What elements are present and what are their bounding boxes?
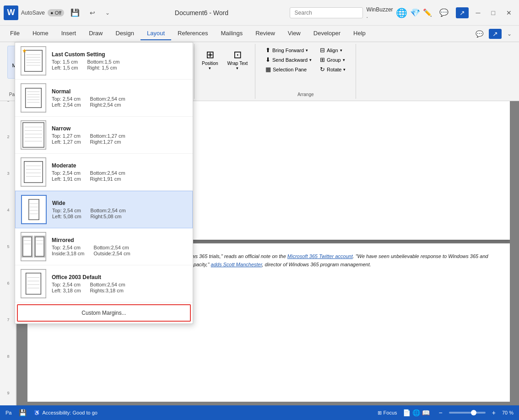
margin-bottom-narrow: Bottom:1,27 cm (90, 133, 125, 139)
rotate-button[interactable]: ↻ Rotate ▾ (317, 65, 348, 74)
group-label: Group (327, 57, 341, 63)
svg-rect-26 (0, 79, 16, 420)
zoom-out-button[interactable]: − (435, 407, 446, 418)
arrange-buttons: ⬆ Bring Forward ▾ ⬇ Send Backward ▾ ▦ Se… (263, 46, 348, 74)
svg-text:3: 3 (7, 171, 9, 176)
send-backward-caret: ▾ (309, 58, 312, 62)
margin-icon-moderate (21, 157, 46, 187)
wrap-text-button[interactable]: ⊡ Wrap Text ▾ (224, 48, 252, 72)
accessibility-icon: ♿ (34, 410, 40, 416)
tab-draw[interactable]: Draw (82, 27, 109, 40)
margin-right-wide: Right:5,08 cm (91, 214, 126, 219)
align-button[interactable]: ⊟ Align ▾ (317, 46, 348, 54)
margin-left-office2003: Left: 3,18 cm (52, 288, 81, 293)
bring-forward-label: Bring Forward (272, 48, 304, 53)
margin-col-left-moderate: Top: 2,54 cm Left: 1,91 cm (52, 170, 81, 182)
margin-top-office2003: Top: 2,54 cm (52, 282, 81, 287)
margin-icon-mirrored (21, 232, 46, 261)
position-label: Position (202, 61, 218, 66)
margin-item-normal[interactable]: Normal Top: 2,54 cm Left: 2,54 cm Bottom… (15, 80, 193, 117)
tab-view[interactable]: View (281, 27, 307, 40)
group-icon: ⊞ (320, 56, 325, 63)
send-backward-button[interactable]: ⬇ Send Backward ▾ (263, 55, 314, 64)
margin-name-wide: Wide (52, 200, 187, 206)
svg-text:9: 9 (7, 391, 9, 395)
margin-icon-wide (21, 195, 47, 224)
margin-left-moderate: Left: 1,91 cm (52, 176, 81, 182)
manchester-link[interactable]: adds Scott Manchester (211, 262, 262, 267)
web-layout-icon[interactable]: 🌐 (412, 409, 420, 416)
tab-developer[interactable]: Developer (307, 27, 347, 40)
zoom-in-button[interactable]: + (488, 407, 499, 418)
selection-pane-button[interactable]: ▦ Selection Pane (263, 65, 314, 74)
search-input[interactable] (290, 7, 363, 18)
toggle-state: Off (55, 10, 61, 16)
status-accessibility: ♿ Accessibility: Good to go (34, 410, 97, 416)
margin-icon-svg-normal (21, 83, 46, 113)
group-button[interactable]: ⊞ Group ▾ (317, 55, 348, 64)
zoom-thumb[interactable] (471, 410, 476, 415)
undo-button[interactable]: ↩ (86, 7, 99, 18)
position-caret: ▾ (209, 66, 211, 70)
margin-icon-svg-narrow (21, 120, 46, 150)
customize-button[interactable]: ⌄ (102, 8, 114, 18)
tab-review[interactable]: Review (249, 27, 281, 40)
margin-info-normal: Normal Top: 2,54 cm Left: 2,54 cm Bottom… (52, 88, 187, 108)
position-button[interactable]: ⊞ Position ▾ (198, 48, 222, 72)
align-label: Align (327, 48, 338, 53)
status-view-icons: 📄 🌐 📖 (403, 409, 430, 416)
margin-top-narrow: Top: 1,27 cm (52, 133, 81, 139)
margin-bottom-wide: Bottom:2,54 cm (91, 208, 126, 213)
margin-top-wide: Top: 2,54 cm (52, 208, 81, 213)
tab-insert[interactable]: Insert (55, 27, 83, 40)
save-button[interactable]: 💾 (67, 6, 83, 19)
ribbon-share-icon[interactable]: ↗ (489, 29, 502, 39)
margin-left-narrow: Left: 1,27 cm (52, 139, 81, 145)
title-bar-right: WinBuzzer . 🌐 💎 ✏️ 💬 ↗ ─ □ ✕ (290, 6, 515, 19)
tab-help[interactable]: Help (347, 27, 372, 40)
bring-forward-button[interactable]: ⬆ Bring Forward ▾ (263, 46, 314, 54)
margin-item-last-custom[interactable]: ★ Last Custom Setting Top: 1,5 cm Left: … (15, 43, 193, 80)
close-button[interactable]: ✕ (503, 7, 515, 18)
ruler-left: 1 2 3 4 5 6 7 8 9 (0, 79, 16, 405)
maximize-button[interactable]: □ (488, 7, 499, 18)
read-mode-icon[interactable]: 📖 (422, 409, 430, 416)
svg-rect-51 (21, 121, 46, 149)
tab-file[interactable]: File (4, 27, 26, 40)
custom-margins-button[interactable]: Custom Margins... (17, 304, 191, 322)
zoom-track[interactable] (449, 412, 486, 414)
margin-item-wide[interactable]: Wide Top: 2,54 cm Left: 5,08 cm Bottom:2… (15, 191, 193, 228)
ribbon-collapse-button[interactable]: ⌄ (503, 29, 515, 39)
ribbon-tabs: File Home Insert Draw Design Layout Refe… (0, 26, 519, 42)
autosave-toggle[interactable]: ● Off (48, 9, 64, 16)
margin-icon-svg-wide (22, 195, 46, 224)
tab-home[interactable]: Home (26, 27, 55, 40)
margin-right-last: Right: 1,5 cm (87, 65, 119, 70)
margin-bottom-moderate: Bottom:2,54 cm (90, 170, 125, 176)
tab-layout[interactable]: Layout (141, 27, 171, 40)
tab-mailings[interactable]: Mailings (215, 27, 249, 40)
tab-references[interactable]: References (171, 27, 214, 40)
margin-item-mirrored[interactable]: Mirrored Top: 2,54 cm Inside:3,18 cm Bot… (15, 228, 193, 265)
wrap-text-icon: ⊡ (233, 49, 242, 61)
margin-col-left-narrow: Top: 1,27 cm Left: 1,27 cm (52, 133, 81, 145)
margin-info-last-custom: Last Custom Setting Top: 1,5 cm Left: 1,… (52, 51, 187, 70)
share-button[interactable]: ↗ (456, 7, 469, 18)
margin-item-moderate[interactable]: Moderate Top: 2,54 cm Left: 1,91 cm Bott… (15, 154, 193, 191)
margin-info-narrow: Narrow Top: 1,27 cm Left: 1,27 cm Bottom… (52, 125, 187, 145)
tab-design[interactable]: Design (109, 27, 141, 40)
print-layout-icon[interactable]: 📄 (403, 409, 411, 416)
comment-button[interactable]: 💬 (436, 6, 452, 19)
margin-item-narrow[interactable]: Narrow Top: 1,27 cm Left: 1,27 cm Bottom… (15, 117, 193, 154)
group-caret: ▾ (343, 58, 345, 62)
margin-left-wide: Left: 5,08 cm (52, 214, 81, 219)
ribbon-chat-icon[interactable]: 💬 (472, 28, 487, 39)
status-focus[interactable]: ⊞ Focus (378, 410, 397, 416)
rotate-icon: ↻ (320, 66, 325, 73)
margin-item-office2003[interactable]: Office 2003 Default Top: 2,54 cm Left: 3… (15, 265, 193, 302)
minimize-button[interactable]: ─ (472, 7, 484, 18)
margin-col-right-wide: Bottom:2,54 cm Right:5,08 cm (91, 208, 126, 219)
accessibility-text: Accessibility: Good to go (42, 410, 97, 415)
twitter-link[interactable]: Microsoft 365 Twitter account (287, 253, 353, 259)
margin-col-right-normal: Bottom:2,54 cm Right:2,54 cm (90, 96, 125, 108)
